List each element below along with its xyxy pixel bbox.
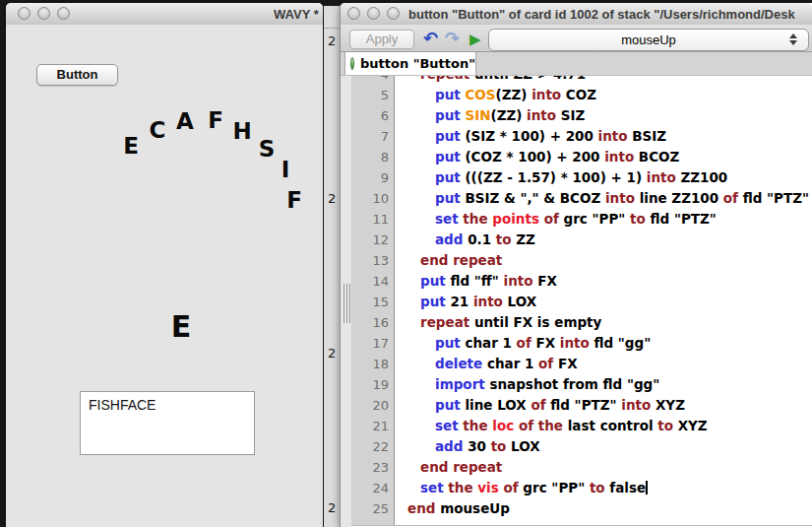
code-text: add 30 to LOX (396, 436, 540, 457)
code-text: import snapshot from fld "gg" (396, 374, 659, 395)
script-status-icon (350, 57, 354, 70)
close-icon[interactable] (347, 7, 360, 20)
code-line[interactable]: 16repeat until FX is empty (351, 312, 812, 333)
line-number: 10 (351, 188, 396, 209)
minimize-icon[interactable] (37, 7, 50, 20)
arc-letter: S (259, 136, 276, 162)
code-text: put COS(ZZ) into COZ (396, 85, 596, 105)
code-line[interactable]: 10put BSIZ & "," & BCOZ into line ZZ100 … (351, 188, 812, 209)
code-line[interactable]: 14put fld "ff" into FX (351, 271, 812, 292)
code-line[interactable]: 24set the vis of grc "PP" to false (351, 478, 812, 498)
code-line[interactable]: 11set the points of grc "PP" to fld "PTZ… (351, 209, 812, 230)
desktop: { "left_window": { "title": "WAVY *", "b… (0, 0, 812, 527)
code-area-bottom-divider (341, 525, 812, 526)
line-number: 20 (351, 395, 396, 416)
editor-window-title: button "Button" of card id 1002 of stack… (408, 7, 807, 22)
arc-letter: A (176, 108, 194, 134)
code-text: put char 1 of FX into fld "gg" (396, 333, 651, 354)
wavy-stack-window: WAVY * Button ECAFHSIF E FISHFACE (6, 3, 323, 527)
code-text: repeat until ZZ > 4.71 (396, 75, 586, 85)
dropdown-stepper-icon (789, 33, 797, 45)
line-number: 22 (351, 436, 396, 457)
handler-dropdown[interactable]: mouseUp (488, 29, 809, 51)
zoom-icon[interactable] (387, 7, 400, 20)
zoom-icon[interactable] (57, 7, 70, 20)
code-line[interactable]: 4repeat until ZZ > 4.71 (351, 75, 812, 85)
code-text: repeat until FX is empty (396, 312, 601, 333)
splitter-handle-icon[interactable] (344, 284, 350, 323)
wavy-window-controls (18, 7, 70, 20)
code-text: end repeat (396, 250, 502, 271)
handler-dropdown-value: mouseUp (621, 33, 676, 47)
code-text: put (COZ * 100) + 200 into BCOZ (396, 147, 679, 167)
script-editor-window: button "Button" of card id 1002 of stack… (340, 3, 812, 527)
arc-letter: C (150, 117, 166, 143)
line-number: 18 (351, 354, 396, 374)
sliver-line-number: 2 (328, 33, 336, 48)
code-text: delete char 1 of FX (396, 354, 578, 374)
stack-button[interactable]: Button (36, 64, 118, 86)
wavy-window-title: WAVY * (274, 7, 319, 22)
code-line[interactable]: 23end repeat (351, 457, 812, 478)
line-number: 16 (351, 312, 396, 333)
code-text: put (SIZ * 100) + 200 into BSIZ (396, 126, 666, 147)
line-number: 12 (351, 230, 396, 250)
editor-window-controls (347, 7, 400, 20)
line-number: 24 (351, 478, 396, 498)
redo-icon[interactable]: ↷ (445, 27, 460, 50)
tab-button-script[interactable]: button "Button" (344, 51, 476, 75)
code-line[interactable]: 25end mouseUp (351, 498, 812, 519)
code-line[interactable]: 22add 30 to LOX (351, 436, 812, 457)
code-line[interactable]: 21set the loc of the last control to XYZ (351, 416, 812, 436)
sliver-line-number: 2 (328, 346, 336, 361)
code-text: put line LOX of fld "PTZ" into XYZ (396, 395, 685, 416)
code-text: end repeat (396, 457, 502, 478)
sidebar-splitter[interactable] (341, 75, 351, 527)
arc-letter: I (281, 157, 290, 182)
code-line[interactable]: 20put line LOX of fld "PTZ" into XYZ (351, 395, 812, 416)
editor-titlebar[interactable]: button "Button" of card id 1002 of stack… (341, 3, 812, 26)
background-window-sliver: 2222 (324, 6, 340, 527)
code-text: put SIN(ZZ) into SIZ (396, 105, 585, 126)
code-line[interactable]: 9put (((ZZ - 1.57) * 100) + 1) into ZZ10… (351, 167, 812, 188)
line-number: 14 (351, 271, 396, 292)
wavy-titlebar[interactable]: WAVY * (6, 3, 323, 26)
arc-letter: H (232, 118, 251, 144)
minimize-icon[interactable] (367, 7, 380, 20)
code-text: set the loc of the last control to XYZ (396, 416, 708, 436)
run-icon[interactable]: ▶ (469, 28, 481, 51)
code-text: set the vis of grc "PP" to false (396, 478, 648, 498)
code-line[interactable]: 15put 21 into LOX (351, 292, 812, 312)
arc-letter: F (208, 107, 223, 133)
arc-letter: F (286, 187, 302, 213)
code-lines: 4repeat until ZZ > 4.715put COS(ZZ) into… (351, 75, 812, 519)
code-text: put BSIZ & "," & BCOZ into line ZZ100 of… (396, 188, 809, 209)
line-number: 7 (351, 126, 396, 147)
line-number: 19 (351, 374, 396, 395)
tab-label: button "Button" (360, 56, 475, 71)
code-line[interactable]: 13end repeat (351, 250, 812, 271)
line-number: 11 (351, 209, 396, 230)
line-number: 17 (351, 333, 396, 354)
script-code-area[interactable]: 4repeat until ZZ > 4.715put COS(ZZ) into… (341, 75, 812, 527)
code-line[interactable]: 17put char 1 of FX into fld "gg" (351, 333, 812, 354)
code-line[interactable]: 7put (SIZ * 100) + 200 into BSIZ (351, 126, 812, 147)
big-letter: E (171, 309, 192, 344)
code-text: end mouseUp (396, 498, 510, 519)
code-line[interactable]: 6put SIN(ZZ) into SIZ (351, 105, 812, 126)
line-number: 4 (351, 75, 396, 85)
code-line[interactable]: 8put (COZ * 100) + 200 into BCOZ (351, 147, 812, 167)
apply-button[interactable]: Apply (349, 30, 414, 49)
editor-tabbar: button "Button" (341, 51, 812, 76)
code-line[interactable]: 5put COS(ZZ) into COZ (351, 85, 812, 105)
fishface-field[interactable]: FISHFACE (80, 391, 255, 455)
arc-letter: E (123, 133, 139, 159)
code-line[interactable]: 12add 0.1 to ZZ (351, 230, 812, 250)
line-number: 21 (351, 416, 396, 436)
undo-icon[interactable]: ↶ (423, 27, 438, 50)
close-icon[interactable] (18, 7, 31, 20)
code-line[interactable]: 19import snapshot from fld "gg" (351, 374, 812, 395)
code-text: put fld "ff" into FX (396, 271, 557, 292)
code-line[interactable]: 18delete char 1 of FX (351, 354, 812, 374)
line-number: 25 (351, 498, 396, 519)
